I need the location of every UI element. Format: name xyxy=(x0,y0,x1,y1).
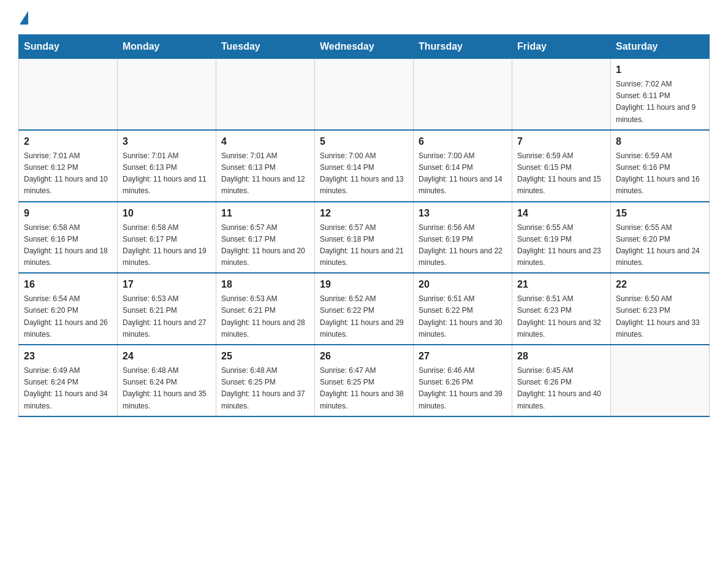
calendar-day-cell xyxy=(414,59,512,130)
calendar-day-cell: 20Sunrise: 6:51 AM Sunset: 6:22 PM Dayli… xyxy=(414,273,512,345)
day-number: 21 xyxy=(517,277,605,292)
calendar-day-cell xyxy=(216,59,315,130)
calendar-week-row: 9Sunrise: 6:58 AM Sunset: 6:16 PM Daylig… xyxy=(19,202,710,274)
day-number: 22 xyxy=(616,277,704,292)
day-info: Sunrise: 7:01 AM Sunset: 6:13 PM Dayligh… xyxy=(123,150,211,197)
calendar-day-cell xyxy=(611,345,710,416)
day-info: Sunrise: 6:58 AM Sunset: 6:16 PM Dayligh… xyxy=(24,222,112,269)
day-number: 13 xyxy=(419,206,507,221)
day-info: Sunrise: 6:46 AM Sunset: 6:26 PM Dayligh… xyxy=(419,365,507,412)
day-info: Sunrise: 6:51 AM Sunset: 6:22 PM Dayligh… xyxy=(419,293,507,340)
calendar-header-row: SundayMondayTuesdayWednesdayThursdayFrid… xyxy=(19,35,710,59)
calendar-day-cell: 17Sunrise: 6:53 AM Sunset: 6:21 PM Dayli… xyxy=(118,273,216,345)
calendar-day-cell: 22Sunrise: 6:50 AM Sunset: 6:23 PM Dayli… xyxy=(611,273,710,345)
day-number: 15 xyxy=(616,206,704,221)
day-info: Sunrise: 6:59 AM Sunset: 6:15 PM Dayligh… xyxy=(517,150,605,197)
day-number: 1 xyxy=(616,63,704,77)
day-number: 4 xyxy=(221,134,309,149)
day-header-thursday: Thursday xyxy=(414,35,512,59)
day-number: 16 xyxy=(24,277,112,292)
day-info: Sunrise: 6:54 AM Sunset: 6:20 PM Dayligh… xyxy=(24,293,112,340)
day-number: 12 xyxy=(320,206,408,221)
day-info: Sunrise: 6:57 AM Sunset: 6:18 PM Dayligh… xyxy=(320,222,408,269)
day-info: Sunrise: 6:51 AM Sunset: 6:23 PM Dayligh… xyxy=(517,293,605,340)
day-info: Sunrise: 6:47 AM Sunset: 6:25 PM Dayligh… xyxy=(320,365,408,412)
day-info: Sunrise: 6:48 AM Sunset: 6:24 PM Dayligh… xyxy=(123,365,211,412)
calendar-day-cell: 21Sunrise: 6:51 AM Sunset: 6:23 PM Dayli… xyxy=(512,273,611,345)
calendar-week-row: 23Sunrise: 6:49 AM Sunset: 6:24 PM Dayli… xyxy=(19,345,710,416)
day-info: Sunrise: 6:57 AM Sunset: 6:17 PM Dayligh… xyxy=(221,222,309,269)
day-number: 25 xyxy=(221,349,309,364)
calendar-day-cell: 19Sunrise: 6:52 AM Sunset: 6:22 PM Dayli… xyxy=(315,273,414,345)
day-header-saturday: Saturday xyxy=(611,35,710,59)
calendar-day-cell: 2Sunrise: 7:01 AM Sunset: 6:12 PM Daylig… xyxy=(19,130,118,202)
day-header-monday: Monday xyxy=(118,35,216,59)
day-number: 18 xyxy=(221,277,309,292)
calendar-day-cell: 11Sunrise: 6:57 AM Sunset: 6:17 PM Dayli… xyxy=(216,202,315,274)
calendar-day-cell: 24Sunrise: 6:48 AM Sunset: 6:24 PM Dayli… xyxy=(118,345,216,416)
day-info: Sunrise: 6:48 AM Sunset: 6:25 PM Dayligh… xyxy=(221,365,309,412)
day-info: Sunrise: 6:45 AM Sunset: 6:26 PM Dayligh… xyxy=(517,365,605,412)
day-info: Sunrise: 7:00 AM Sunset: 6:14 PM Dayligh… xyxy=(320,150,408,197)
day-info: Sunrise: 6:49 AM Sunset: 6:24 PM Dayligh… xyxy=(24,365,112,412)
day-number: 6 xyxy=(419,134,507,149)
day-info: Sunrise: 6:53 AM Sunset: 6:21 PM Dayligh… xyxy=(221,293,309,340)
day-number: 24 xyxy=(123,349,211,364)
calendar-day-cell: 7Sunrise: 6:59 AM Sunset: 6:15 PM Daylig… xyxy=(512,130,611,202)
day-info: Sunrise: 6:55 AM Sunset: 6:19 PM Dayligh… xyxy=(517,222,605,269)
calendar-day-cell: 12Sunrise: 6:57 AM Sunset: 6:18 PM Dayli… xyxy=(315,202,414,274)
day-info: Sunrise: 6:53 AM Sunset: 6:21 PM Dayligh… xyxy=(123,293,211,340)
calendar-day-cell: 10Sunrise: 6:58 AM Sunset: 6:17 PM Dayli… xyxy=(118,202,216,274)
day-number: 5 xyxy=(320,134,408,149)
calendar-day-cell: 4Sunrise: 7:01 AM Sunset: 6:13 PM Daylig… xyxy=(216,130,315,202)
day-info: Sunrise: 6:52 AM Sunset: 6:22 PM Dayligh… xyxy=(320,293,408,340)
day-number: 14 xyxy=(517,206,605,221)
calendar-table: SundayMondayTuesdayWednesdayThursdayFrid… xyxy=(18,34,710,417)
calendar-day-cell: 27Sunrise: 6:46 AM Sunset: 6:26 PM Dayli… xyxy=(414,345,512,416)
day-number: 10 xyxy=(123,206,211,221)
calendar-day-cell: 1Sunrise: 7:02 AM Sunset: 6:11 PM Daylig… xyxy=(611,59,710,130)
calendar-day-cell: 23Sunrise: 6:49 AM Sunset: 6:24 PM Dayli… xyxy=(19,345,118,416)
day-number: 28 xyxy=(517,349,605,364)
calendar-day-cell: 28Sunrise: 6:45 AM Sunset: 6:26 PM Dayli… xyxy=(512,345,611,416)
day-header-tuesday: Tuesday xyxy=(216,35,315,59)
calendar-week-row: 2Sunrise: 7:01 AM Sunset: 6:12 PM Daylig… xyxy=(19,130,710,202)
day-number: 3 xyxy=(123,134,211,149)
day-number: 19 xyxy=(320,277,408,292)
day-number: 11 xyxy=(221,206,309,221)
day-info: Sunrise: 7:01 AM Sunset: 6:12 PM Dayligh… xyxy=(24,150,112,197)
calendar-day-cell: 18Sunrise: 6:53 AM Sunset: 6:21 PM Dayli… xyxy=(216,273,315,345)
calendar-day-cell: 26Sunrise: 6:47 AM Sunset: 6:25 PM Dayli… xyxy=(315,345,414,416)
calendar-day-cell: 6Sunrise: 7:00 AM Sunset: 6:14 PM Daylig… xyxy=(414,130,512,202)
day-header-wednesday: Wednesday xyxy=(315,35,414,59)
calendar-day-cell xyxy=(118,59,216,130)
day-number: 2 xyxy=(24,134,112,149)
calendar-day-cell xyxy=(512,59,611,130)
calendar-day-cell: 8Sunrise: 6:59 AM Sunset: 6:16 PM Daylig… xyxy=(611,130,710,202)
day-info: Sunrise: 7:01 AM Sunset: 6:13 PM Dayligh… xyxy=(221,150,309,197)
calendar-day-cell: 13Sunrise: 6:56 AM Sunset: 6:19 PM Dayli… xyxy=(414,202,512,274)
logo-triangle-icon xyxy=(20,11,28,25)
day-header-sunday: Sunday xyxy=(19,35,118,59)
day-number: 26 xyxy=(320,349,408,364)
day-info: Sunrise: 6:56 AM Sunset: 6:19 PM Dayligh… xyxy=(419,222,507,269)
calendar-week-row: 1Sunrise: 7:02 AM Sunset: 6:11 PM Daylig… xyxy=(19,59,710,130)
day-info: Sunrise: 7:00 AM Sunset: 6:14 PM Dayligh… xyxy=(419,150,507,197)
day-number: 17 xyxy=(123,277,211,292)
calendar-day-cell: 16Sunrise: 6:54 AM Sunset: 6:20 PM Dayli… xyxy=(19,273,118,345)
calendar-day-cell: 9Sunrise: 6:58 AM Sunset: 6:16 PM Daylig… xyxy=(19,202,118,274)
calendar-day-cell xyxy=(315,59,414,130)
day-info: Sunrise: 6:58 AM Sunset: 6:17 PM Dayligh… xyxy=(123,222,211,269)
page-header xyxy=(18,12,710,22)
day-number: 7 xyxy=(517,134,605,149)
day-number: 9 xyxy=(24,206,112,221)
day-info: Sunrise: 7:02 AM Sunset: 6:11 PM Dayligh… xyxy=(616,79,704,126)
calendar-day-cell: 25Sunrise: 6:48 AM Sunset: 6:25 PM Dayli… xyxy=(216,345,315,416)
day-number: 23 xyxy=(24,349,112,364)
calendar-day-cell xyxy=(19,59,118,130)
day-info: Sunrise: 6:59 AM Sunset: 6:16 PM Dayligh… xyxy=(616,150,704,197)
day-info: Sunrise: 6:50 AM Sunset: 6:23 PM Dayligh… xyxy=(616,293,704,340)
day-number: 20 xyxy=(419,277,507,292)
calendar-day-cell: 14Sunrise: 6:55 AM Sunset: 6:19 PM Dayli… xyxy=(512,202,611,274)
day-header-friday: Friday xyxy=(512,35,611,59)
